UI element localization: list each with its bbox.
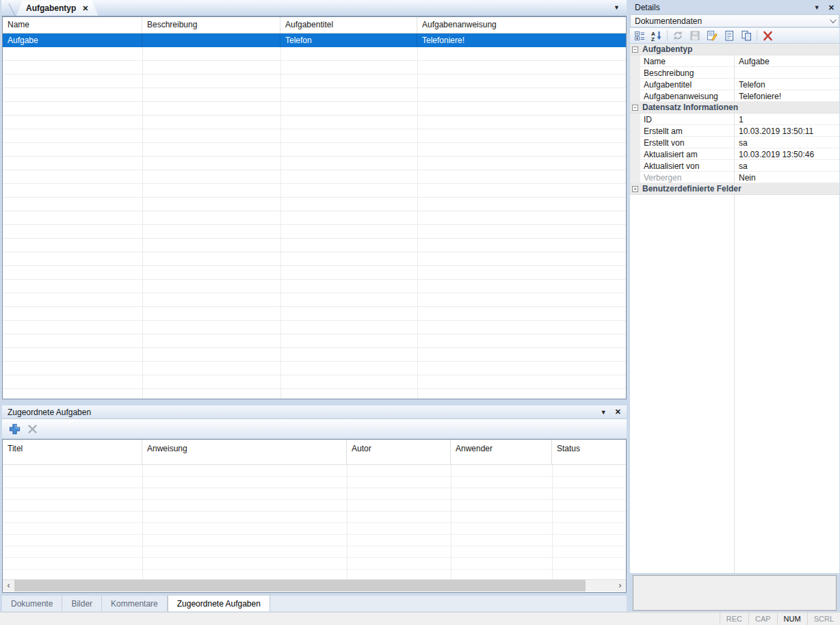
row-gutter xyxy=(630,90,640,101)
status-rec: REC xyxy=(720,613,748,625)
column-divider xyxy=(417,47,418,399)
column-divider xyxy=(630,195,735,573)
row-gutter xyxy=(630,137,640,148)
delete-task-button-disabled[interactable] xyxy=(25,422,39,436)
group-label: Aufgabentyp xyxy=(642,44,692,54)
property-row[interactable]: Aktualisiert von sa xyxy=(630,160,839,172)
details-close-icon[interactable]: ✕ xyxy=(828,3,835,12)
property-row-verbergen[interactable]: Verbergen Nein xyxy=(630,172,839,183)
collapse-box-icon[interactable]: − xyxy=(632,105,638,111)
horizontal-scrollbar[interactable]: ‹ › xyxy=(3,579,626,591)
column-header-name[interactable]: Name xyxy=(3,17,142,33)
save-button-disabled[interactable] xyxy=(688,29,702,42)
group-datensatz-informationen[interactable]: − Datensatz Informationen xyxy=(630,102,839,114)
property-value[interactable]: sa xyxy=(735,160,839,171)
property-value[interactable]: 10.03.2019 13:50:11 xyxy=(735,125,839,136)
property-label: Erstellt am xyxy=(640,125,735,136)
document-button[interactable] xyxy=(722,29,736,42)
group-label: Benutzerdefinierte Felder xyxy=(642,184,741,194)
row-gutter xyxy=(630,160,640,171)
property-row[interactable]: Erstellt am 10.03.2019 13:50:11 xyxy=(630,125,839,137)
column-header-anwender[interactable]: Anwender xyxy=(451,440,552,464)
property-value[interactable] xyxy=(735,67,839,78)
property-description-box xyxy=(633,575,837,611)
property-value[interactable]: Telefon xyxy=(735,79,839,90)
selected-grid-row[interactable]: Aufgabe Telefon Telefoniere! xyxy=(3,34,626,47)
group-label: Datensatz Informationen xyxy=(642,103,738,112)
column-divider xyxy=(142,47,143,399)
property-row[interactable]: ID 1 xyxy=(630,114,839,125)
tab-label: Aufgabentyp xyxy=(26,3,76,13)
copy-document-button[interactable] xyxy=(739,29,753,42)
property-value[interactable]: Nein xyxy=(735,172,839,183)
row-gutter xyxy=(630,67,640,78)
copy-icon xyxy=(741,31,752,41)
assigned-tasks-toolbar xyxy=(2,419,627,439)
column-header-status[interactable]: Status xyxy=(552,440,626,464)
column-header-beschreibung[interactable]: Beschreibung xyxy=(142,17,280,33)
scroll-right-icon[interactable]: › xyxy=(614,580,626,591)
tab-aufgabentyp[interactable]: Aufgabentyp ✕ xyxy=(16,1,99,16)
panel-close-icon[interactable]: ✕ xyxy=(615,408,621,416)
status-num: NUM xyxy=(777,613,807,625)
property-grid: − Aufgabentyp Name Aufgabe Beschreibung … xyxy=(630,44,839,573)
assigned-tasks-title: Zugeordnete Aufgaben xyxy=(8,408,592,417)
tab-close-icon[interactable]: ✕ xyxy=(82,4,88,13)
property-row[interactable]: Name Aufgabe xyxy=(630,55,839,67)
tab-kommentare[interactable]: Kommentare xyxy=(102,596,168,611)
property-label: ID xyxy=(640,114,735,124)
details-collapse-icon[interactable]: ▼ xyxy=(814,4,820,11)
edit-button[interactable] xyxy=(705,29,719,42)
combo-value: Dokumentendaten xyxy=(635,16,830,26)
column-header-aufgabentitel[interactable]: Aufgabentitel xyxy=(280,17,417,33)
row-gutter xyxy=(630,79,640,90)
group-aufgabentyp[interactable]: − Aufgabentyp xyxy=(630,44,839,55)
column-header-aufgabenanweisung[interactable]: Aufgabenanweisung xyxy=(417,17,626,33)
sort-alphabetical-button[interactable]: A Z xyxy=(650,29,664,42)
property-row[interactable]: Aufgabenanweisung Telefoniere! xyxy=(630,90,839,102)
property-label: Aktualisiert von xyxy=(640,160,735,171)
tab-bilder[interactable]: Bilder xyxy=(62,596,102,611)
property-value[interactable]: 1 xyxy=(735,114,839,124)
grid-header-row: Name Beschreibung Aufgabentitel Aufgaben… xyxy=(3,17,626,34)
property-row[interactable]: Aktualisiert am 10.03.2019 13:50:46 xyxy=(630,148,839,160)
column-header-autor[interactable]: Autor xyxy=(347,440,451,464)
row-gutter xyxy=(630,125,640,136)
panel-collapse-icon[interactable]: ▼ xyxy=(601,409,607,416)
property-value[interactable]: sa xyxy=(735,137,839,148)
column-header-anweisung[interactable]: Anweisung xyxy=(142,440,347,464)
scrollbar-thumb[interactable] xyxy=(14,580,586,591)
refresh-button-disabled[interactable] xyxy=(671,29,685,42)
categorized-view-button[interactable] xyxy=(633,29,646,42)
property-value[interactable]: 10.03.2019 13:50:46 xyxy=(735,148,839,159)
delete-record-button[interactable] xyxy=(761,29,774,42)
details-panel-header: Details ▼ ✕ xyxy=(630,1,839,14)
assigned-grid-header-row: Titel Anweisung Autor Anwender Status xyxy=(3,440,626,465)
group-benutzerdefinierte-felder[interactable]: + Benutzerdefinierte Felder xyxy=(630,183,839,195)
bottom-tab-bar: Dokumente Bilder Kommentare Zugeordnete … xyxy=(2,595,627,611)
tabstrip-edge-decoration xyxy=(0,3,16,16)
property-row[interactable]: Erstellt von sa xyxy=(630,137,839,148)
cell-name[interactable]: Aufgabe xyxy=(3,34,142,47)
column-divider xyxy=(280,47,281,399)
property-value[interactable]: Telefoniere! xyxy=(735,90,839,101)
cell-aufgabentitel[interactable]: Telefon xyxy=(280,34,417,47)
column-header-titel[interactable]: Titel xyxy=(3,440,142,464)
scroll-left-icon[interactable]: ‹ xyxy=(3,580,14,591)
tab-zugeordnete-aufgaben[interactable]: Zugeordnete Aufgaben xyxy=(168,596,270,611)
add-task-button[interactable] xyxy=(8,422,21,436)
collapse-box-icon[interactable]: − xyxy=(632,46,638,53)
cell-beschreibung[interactable] xyxy=(142,34,280,47)
document-tabstrip: Aufgabentyp ✕ ▼ xyxy=(1,0,627,16)
details-combobox[interactable]: Dokumentendaten xyxy=(630,14,839,27)
tab-dokumente[interactable]: Dokumente xyxy=(2,596,62,611)
property-label: Aktualisiert am xyxy=(640,148,735,159)
property-row[interactable]: Beschreibung xyxy=(630,67,839,79)
property-row[interactable]: Aufgabentitel Telefon xyxy=(630,79,839,90)
property-value[interactable]: Aufgabe xyxy=(735,55,839,66)
chevron-down-icon xyxy=(830,16,837,23)
document-icon xyxy=(725,31,734,41)
expand-box-icon[interactable]: + xyxy=(632,186,638,192)
tab-overflow-icon[interactable]: ▼ xyxy=(614,4,620,11)
cell-aufgabenanweisung[interactable]: Telefoniere! xyxy=(417,34,626,47)
